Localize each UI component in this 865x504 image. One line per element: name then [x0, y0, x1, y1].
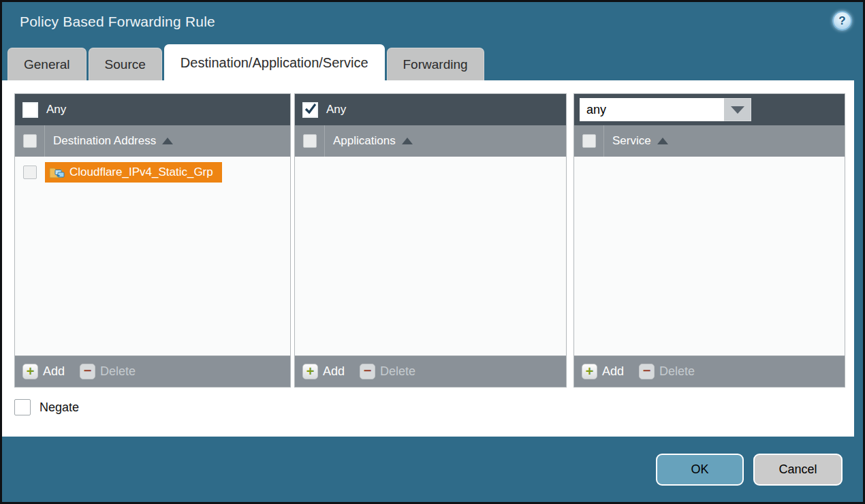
destination-column-header[interactable]: Destination Address	[53, 134, 173, 148]
tab-content: Any Destination Address	[2, 80, 854, 437]
applications-any-bar: Any	[295, 94, 566, 125]
chevron-down-icon	[731, 106, 744, 114]
applications-column-header[interactable]: Applications	[333, 134, 413, 148]
add-button-label: Add	[323, 364, 345, 379]
columns-container: Any Destination Address	[14, 93, 854, 388]
applications-select-all-checkbox[interactable]	[303, 134, 317, 148]
item-checkbox[interactable]	[23, 166, 37, 179]
address-group-label: Cloudflare_IPv4_Static_Grp	[69, 166, 213, 179]
negate-checkbox[interactable]	[14, 399, 31, 415]
plus-icon: +	[22, 364, 38, 379]
item-checkbox-cell	[15, 166, 45, 179]
destination-header-label: Destination Address	[53, 134, 156, 148]
applications-list	[295, 157, 566, 356]
sort-ascending-icon	[657, 138, 668, 144]
service-dropdown-input[interactable]	[580, 98, 724, 121]
policy-based-forwarding-dialog: Policy Based Forwarding Rule ? General S…	[0, 0, 865, 504]
negate-row: Negate	[14, 399, 854, 415]
destination-any-checkbox[interactable]	[22, 102, 38, 118]
service-dropdown-button[interactable]	[724, 98, 751, 121]
destination-list: Cloudflare_IPv4_Static_Grp	[15, 157, 290, 356]
ok-button[interactable]: OK	[656, 454, 744, 486]
sort-ascending-icon	[402, 138, 413, 144]
page-title: Policy Based Forwarding Rule	[20, 14, 215, 30]
delete-button-label: Delete	[100, 364, 136, 379]
delete-button-label: Delete	[659, 364, 695, 379]
add-button-label: Add	[43, 364, 65, 379]
tab-source[interactable]: Source	[89, 48, 162, 80]
help-button[interactable]: ?	[832, 11, 852, 31]
service-column-header[interactable]: Service	[612, 134, 668, 148]
delete-button-label: Delete	[380, 364, 415, 379]
service-actions-bar: + Add − Delete	[574, 356, 845, 387]
destination-actions-bar: + Add − Delete	[15, 356, 290, 387]
tab-bar: General Source Destination/Application/S…	[2, 42, 863, 80]
service-column: Service + Add − Delete	[573, 93, 845, 388]
service-select-all-cell	[574, 125, 604, 157]
dialog-footer: OK Cancel	[2, 437, 863, 502]
service-header-row: Service	[574, 125, 845, 157]
address-group-icon	[49, 166, 65, 178]
plus-icon: +	[582, 364, 597, 379]
tab-general[interactable]: General	[7, 48, 86, 80]
service-dropdown-bar	[574, 94, 845, 125]
tab-forwarding[interactable]: Forwarding	[387, 48, 484, 80]
checkmark-icon	[304, 104, 316, 114]
applications-select-all-cell	[295, 125, 325, 157]
question-mark-icon: ?	[838, 14, 845, 28]
destination-any-bar: Any	[15, 94, 290, 125]
destination-header-row: Destination Address	[15, 125, 290, 157]
applications-delete-button[interactable]: − Delete	[360, 364, 415, 379]
service-header-label: Service	[612, 134, 651, 148]
service-list	[574, 157, 845, 356]
tab-destination-application-service[interactable]: Destination/Application/Service	[164, 44, 385, 80]
sort-ascending-icon	[162, 138, 173, 144]
minus-icon: −	[80, 364, 95, 379]
service-delete-button[interactable]: − Delete	[639, 364, 695, 379]
service-add-button[interactable]: + Add	[582, 364, 624, 379]
applications-actions-bar: + Add − Delete	[295, 356, 566, 387]
destination-address-column: Any Destination Address	[14, 93, 291, 388]
minus-icon: −	[639, 364, 655, 379]
applications-any-label: Any	[326, 103, 346, 116]
minus-icon: −	[360, 364, 375, 379]
destination-select-all-checkbox[interactable]	[23, 134, 37, 148]
add-button-label: Add	[602, 364, 624, 379]
destination-add-button[interactable]: + Add	[22, 364, 65, 379]
list-item: Cloudflare_IPv4_Static_Grp	[15, 162, 290, 183]
applications-any-checkbox[interactable]	[302, 102, 318, 118]
destination-select-all-cell	[15, 125, 45, 157]
applications-add-button[interactable]: + Add	[302, 364, 345, 379]
applications-header-label: Applications	[333, 134, 396, 148]
plus-icon: +	[302, 364, 318, 379]
destination-any-checkbox-cell	[15, 102, 45, 118]
cancel-button[interactable]: Cancel	[753, 454, 843, 486]
service-dropdown	[580, 98, 751, 121]
applications-column: Any Applications + Add	[294, 93, 567, 388]
destination-delete-button[interactable]: − Delete	[80, 364, 136, 379]
selected-address-group-item[interactable]: Cloudflare_IPv4_Static_Grp	[45, 162, 222, 183]
applications-any-checkbox-cell	[295, 102, 325, 118]
destination-any-label: Any	[46, 103, 66, 116]
negate-label: Negate	[40, 400, 79, 415]
title-bar: Policy Based Forwarding Rule ?	[2, 2, 863, 42]
applications-header-row: Applications	[295, 125, 566, 157]
service-select-all-checkbox[interactable]	[582, 134, 596, 148]
